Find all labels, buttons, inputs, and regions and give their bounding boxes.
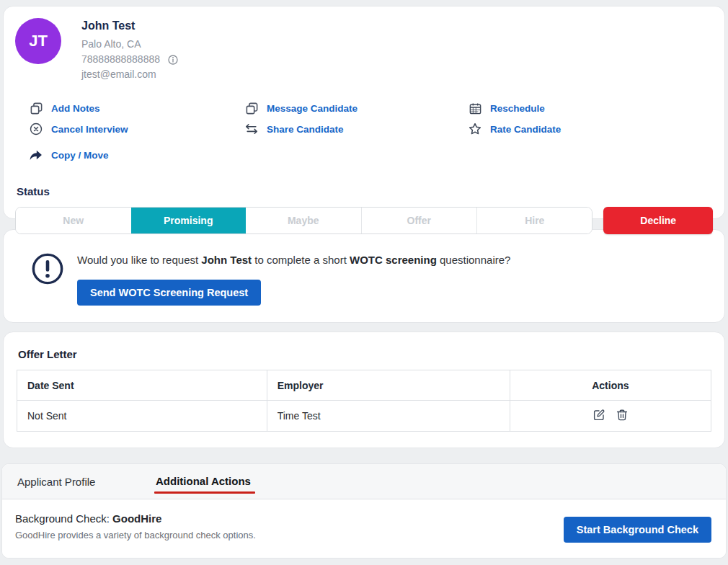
offer-letter-table: Date Sent Employer Actions Not Sent Time… [17,370,711,432]
rate-candidate-link[interactable]: Rate Candidate [468,122,713,136]
wotc-text-2: to complete a short [252,254,350,266]
candidate-actions: Add Notes Cancel Interview Copy / Mov [15,101,713,169]
add-notes-link[interactable]: Add Notes [29,101,244,115]
column-header-date-sent: Date Sent [17,370,267,401]
actions-column-3: Reschedule Rate Candidate [468,101,713,169]
candidate-location: Palo Alto, CA [81,37,180,52]
tab-applicant-profile[interactable]: Applicant Profile [17,476,156,488]
wotc-card: Would you like to request John Test to c… [3,229,725,323]
edit-icon[interactable] [592,409,605,422]
actions-column-1: Add Notes Cancel Interview Copy / Mov [15,101,244,169]
reschedule-label: Reschedule [490,103,545,114]
cell-actions [510,401,711,432]
notes-icon [29,102,43,115]
message-candidate-link[interactable]: Message Candidate [244,101,468,115]
send-wotc-request-button[interactable]: Send WOTC Screening Request [77,280,261,306]
offer-table-row: Not Sent Time Test [17,401,711,432]
calendar-icon [468,102,482,115]
wotc-text-3: questionnaire? [437,254,511,266]
background-check-title: Background Check: GoodHire [15,512,256,525]
tab-strip: Applicant Profile Additional Actions [2,464,726,499]
swap-arrows-icon [244,122,259,136]
status-new-button[interactable]: New [16,208,131,233]
profile-info: John Test Palo Alto, CA 78888888888888 j… [81,18,180,82]
tab-additional-actions[interactable]: Additional Actions [156,475,251,489]
delete-icon[interactable] [616,409,629,422]
offer-letter-card: Offer Letter Date Sent Employer Actions … [3,332,725,448]
background-check-description: GoodHire provides a variety of backgroun… [15,530,256,540]
additional-actions-panel: Applicant Profile Additional Actions Bac… [1,463,727,559]
status-offer-button[interactable]: Offer [361,208,477,233]
background-check-provider: GoodHire [112,512,161,525]
wotc-highlight: WOTC screening [350,254,437,266]
background-check-section: Background Check: GoodHire GoodHire prov… [2,499,726,559]
copy-move-link[interactable]: Copy / Move [29,148,244,162]
wotc-text-1: Would you like to request [77,254,201,266]
cancel-interview-link[interactable]: Cancel Interview [29,122,244,136]
rate-candidate-label: Rate Candidate [490,124,561,135]
candidate-phone-row: 78888888888888 [81,52,180,67]
profile-header: JT John Test Palo Alto, CA 7888888888888… [15,18,713,82]
candidate-email: jtest@email.com [81,67,180,82]
candidate-name: John Test [81,19,180,32]
background-check-info: Background Check: GoodHire GoodHire prov… [15,512,256,540]
candidate-phone: 78888888888888 [81,52,160,67]
status-maybe-button[interactable]: Maybe [246,208,361,233]
forward-arrow-icon [29,148,43,162]
decline-button[interactable]: Decline [603,207,713,234]
background-check-label: Background Check: [15,512,112,525]
info-icon[interactable] [166,54,180,66]
status-row: New Promising Maybe Offer Hire Decline [15,207,713,234]
cancel-circle-icon [29,122,43,136]
cell-date-sent: Not Sent [17,401,267,432]
wotc-body: Would you like to request John Test to c… [77,250,510,322]
message-doc-icon [244,102,259,115]
status-hire-button[interactable]: Hire [476,208,592,233]
start-background-check-button[interactable]: Start Background Check [564,517,711,543]
star-icon [468,122,482,136]
cancel-interview-label: Cancel Interview [51,124,128,135]
reschedule-link[interactable]: Reschedule [468,101,713,115]
actions-column-2: Message Candidate Share Candidate [244,101,468,169]
share-candidate-label: Share Candidate [267,124,344,135]
status-promising-button[interactable]: Promising [131,208,247,233]
cell-employer: Time Test [267,401,510,432]
add-notes-label: Add Notes [51,103,100,114]
status-heading: Status [17,185,713,197]
offer-table-header-row: Date Sent Employer Actions [17,370,711,401]
avatar: JT [15,18,61,64]
wotc-question: Would you like to request John Test to c… [77,254,510,266]
message-candidate-label: Message Candidate [267,103,358,114]
share-candidate-link[interactable]: Share Candidate [244,122,468,136]
alert-exclamation-icon [31,252,64,322]
status-button-group: New Promising Maybe Offer Hire [15,207,592,234]
column-header-actions: Actions [510,370,711,401]
offer-letter-heading: Offer Letter [18,348,711,360]
candidate-card: JT John Test Palo Alto, CA 7888888888888… [3,6,725,219]
copy-move-label: Copy / Move [51,150,109,161]
column-header-employer: Employer [267,370,510,401]
wotc-candidate-name: John Test [201,254,252,266]
